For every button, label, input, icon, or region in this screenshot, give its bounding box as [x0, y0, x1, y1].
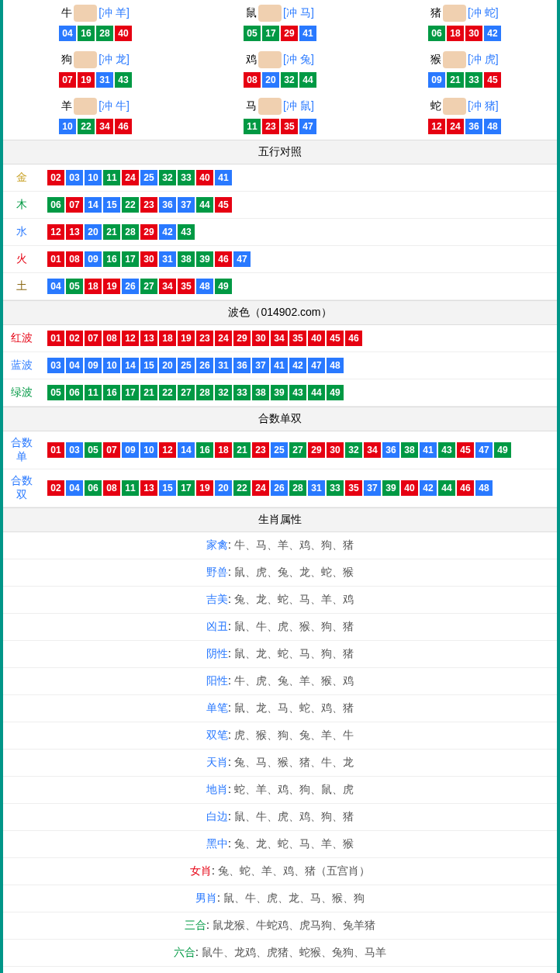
attr-label: 地肖	[206, 783, 228, 795]
ball: 32	[345, 442, 362, 458]
ball-row: 07193143	[3, 71, 188, 88]
heshu-label: 合数双	[3, 469, 40, 507]
ball: 19	[103, 279, 120, 294]
zodiac-title: 羊[冲 牛]	[3, 98, 188, 115]
ball: 16	[78, 26, 95, 41]
ball: 14	[178, 442, 195, 458]
wuxing-table: 金02031011242532334041木060714152223363744…	[3, 164, 557, 300]
zodiac-item: 蛇[冲 猪]12243648	[372, 93, 557, 140]
ball: 17	[122, 251, 139, 267]
ball: 02	[47, 480, 64, 496]
ball: 36	[159, 197, 176, 213]
ball: 25	[178, 358, 195, 373]
zodiac-name: 猴	[430, 53, 441, 65]
ball: 36	[233, 358, 251, 373]
ball: 22	[159, 385, 176, 400]
ball: 03	[66, 170, 83, 185]
ball: 20	[85, 224, 102, 240]
zodiac-item: 羊[冲 牛]10223446	[3, 93, 188, 140]
ball: 08	[66, 251, 83, 267]
ball: 10	[59, 119, 76, 134]
ball-cell: 05061116172122272832333839434449	[40, 379, 557, 407]
zodiac-chong: [冲 猪]	[468, 99, 499, 112]
ball: 22	[233, 480, 251, 496]
ball: 30	[140, 251, 157, 267]
attr-row: 家禽: 牛、马、羊、鸡、狗、猪	[3, 532, 557, 559]
ball: 39	[382, 480, 399, 496]
ball: 43	[178, 224, 195, 240]
zodiac-chong: [冲 兔]	[283, 53, 314, 65]
ball-cell: 03040910141520252631363741424748	[40, 352, 557, 379]
ball: 01	[47, 251, 64, 267]
zodiac-title: 猪[冲 蛇]	[372, 5, 557, 22]
zodiac-item: 鸡[冲 兔]08203244	[188, 47, 372, 93]
ball: 06	[47, 197, 64, 213]
ball: 07	[103, 442, 120, 458]
ball: 20	[159, 358, 176, 373]
attr-value: 鼠牛、龙鸡、虎猪、蛇猴、兔狗、马羊	[202, 946, 386, 958]
ball: 30	[465, 26, 482, 41]
zodiac-title: 鼠[冲 马]	[188, 5, 372, 22]
ball: 28	[196, 385, 213, 400]
ball: 19	[178, 331, 195, 346]
zodiac-icon	[258, 5, 282, 22]
attr-value: 虎、猴、狗、兔、羊、牛	[234, 729, 354, 741]
ball: 04	[47, 279, 64, 294]
ball: 41	[271, 358, 288, 373]
header-bose: 波色（014902.com）	[3, 300, 557, 325]
attr-row: 女肖: 兔、蛇、羊、鸡、猪（五宫肖）	[3, 858, 557, 885]
attr-label: 吉美	[206, 593, 228, 605]
zodiac-name: 羊	[61, 99, 72, 112]
ball: 33	[465, 72, 482, 88]
attr-value: 牛、虎、兔、羊、猴、鸡	[234, 674, 354, 687]
ball: 23	[140, 197, 157, 213]
ball: 35	[345, 480, 362, 496]
ball: 37	[252, 358, 269, 373]
ball: 03	[66, 442, 83, 458]
ball: 06	[66, 385, 83, 400]
ball: 14	[122, 358, 139, 373]
ball: 08	[103, 331, 120, 346]
zodiac-name: 牛	[61, 6, 72, 19]
heshu-table: 合数单0103050709101214161821232527293032343…	[3, 431, 557, 507]
ball: 47	[475, 442, 493, 458]
attr-row: 黑中: 兔、龙、蛇、马、羊、猴	[3, 831, 557, 858]
zodiac-title: 马[冲 鼠]	[188, 98, 372, 115]
ball: 07	[66, 197, 83, 213]
ball: 32	[215, 385, 232, 400]
wuxing-label: 水	[3, 219, 40, 246]
table-row: 蓝波03040910141520252631363741424748	[3, 352, 557, 379]
ball: 42	[484, 26, 501, 41]
ball: 12	[122, 331, 139, 346]
zodiac-name: 猪	[430, 6, 441, 19]
ball: 28	[96, 26, 113, 41]
ball: 37	[178, 197, 195, 213]
ball: 45	[215, 197, 232, 213]
ball: 18	[159, 331, 176, 346]
attr-label: 双笔	[206, 729, 228, 741]
ball: 49	[327, 385, 344, 400]
ball-row: 10223446	[3, 118, 188, 135]
attr-label: 天肖	[206, 756, 228, 768]
ball: 46	[457, 480, 474, 496]
ball: 04	[66, 480, 83, 496]
attr-sep: :	[228, 783, 234, 795]
attr-row: 白边: 鼠、牛、虎、鸡、狗、猪	[3, 804, 557, 831]
ball: 42	[420, 480, 437, 496]
attr-label: 六合	[174, 946, 195, 958]
ball: 02	[66, 331, 83, 346]
ball: 10	[85, 170, 102, 185]
attr-row: 三合: 鼠龙猴、牛蛇鸡、虎马狗、兔羊猪	[3, 912, 557, 940]
ball: 09	[85, 251, 102, 267]
wuxing-label: 土	[3, 273, 40, 300]
ball: 23	[196, 331, 213, 346]
ball: 46	[115, 119, 132, 134]
ball: 13	[140, 331, 157, 346]
ball: 33	[327, 480, 344, 496]
ball-cell: 0204060811131517192022242628313335373940…	[40, 469, 557, 507]
ball-row: 06183042	[372, 25, 557, 42]
attr-row: 凶丑: 鼠、牛、虎、猴、狗、猪	[3, 614, 557, 641]
ball-cell: 06071415222336374445	[40, 192, 557, 219]
ball: 12	[47, 224, 64, 240]
zodiac-chong: [冲 马]	[283, 6, 314, 19]
